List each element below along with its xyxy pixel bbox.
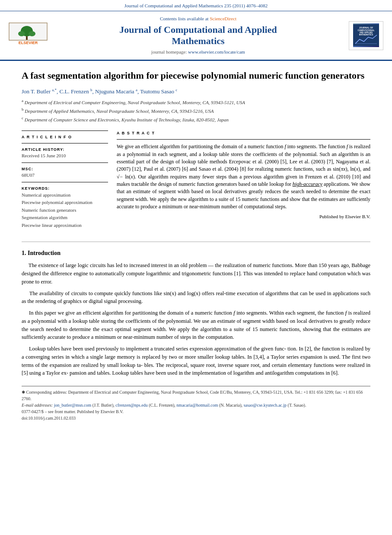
email-frenzen[interactable]: cfrenzen@nps.edu	[115, 403, 147, 408]
article-info-label: A R T I C L E I N F O	[22, 134, 108, 140]
abstract-text: We give an efficient algorithm for parti…	[117, 143, 370, 211]
journal-logo-box: JOURNAL OF COMPUTATIONAL AND APPLIED MAT…	[349, 21, 383, 50]
affiliations: a Department of Electrical and Computer …	[22, 98, 370, 123]
keyword-4: Segmentation algorithm	[22, 214, 108, 222]
abstract-col: A B S T R A C T We give an efficient alg…	[117, 131, 370, 233]
email-butler[interactable]: jon_butler@msn.com	[54, 403, 92, 408]
sciencedirect-info: Contents lists available at ScienceDirec…	[52, 16, 344, 22]
keyword-5: Piecewise linear approximation	[22, 222, 108, 229]
keyword-list: Numerical approximation Piecewise polyno…	[22, 191, 108, 229]
journal-center: Contents lists available at ScienceDirec…	[52, 16, 344, 55]
email-sasao[interactable]: sasao@cse.kyutech.ac.jp	[244, 403, 287, 408]
keyword-2: Piecewise polynomial approximation	[22, 199, 108, 207]
section1-heading: 1. Introduction	[22, 249, 370, 258]
sciencedirect-link[interactable]: ScienceDirect	[210, 16, 236, 21]
article-info-abstract: A R T I C L E I N F O Article history: R…	[22, 131, 370, 233]
article-info: A R T I C L E I N F O Article history: R…	[22, 131, 108, 233]
main-content: A fast segmentation algorithm for piecew…	[0, 61, 392, 430]
svg-text:MATHEMATICS: MATHEMATICS	[359, 34, 373, 36]
footnote-emails: E-mail addresses: jon_butler@msn.com (J.…	[22, 402, 370, 408]
homepage-url[interactable]: www.elsevier.com/locate/cam	[188, 49, 245, 54]
journal-citation-bar: Journal of Computational and Applied Mat…	[0, 0, 392, 11]
published-by: Published by Elsevier B.V.	[117, 213, 370, 220]
footnote-section: ✱ Corresponding address: Department of E…	[22, 386, 370, 421]
svg-text:ELSEVIER: ELSEVIER	[19, 41, 38, 45]
msc-value: 68U07	[22, 172, 108, 178]
footnote-copyright: 0377-0427/$ – see front matter. Publishe…	[22, 408, 370, 415]
journal-citation-text: Journal of Computational and Applied Mat…	[124, 3, 268, 8]
paper-title: A fast segmentation algorithm for piecew…	[22, 70, 370, 82]
footnote-corresponding: ✱ Corresponding address: Department of E…	[22, 389, 370, 402]
authors: Jon T. Butler a,*, C.L. Frenzen b, Njugu…	[22, 87, 370, 96]
keywords-row: Keywords: Numerical approximation Piecew…	[22, 186, 108, 229]
journal-title: Journal of Computational and Applied Mat…	[52, 24, 344, 47]
affiliation-a: a Department of Electrical and Computer …	[22, 98, 370, 106]
section-divider	[22, 242, 370, 242]
journal-homepage: journal homepage: www.elsevier.com/locat…	[52, 49, 344, 55]
intro-para4: Lookup tables have been used previously …	[22, 345, 370, 377]
intro-para3: In this paper we give an efficient algor…	[22, 309, 370, 341]
article-history: Article history: Received 15 June 2010	[22, 147, 108, 159]
svg-text:JOURNAL OF: JOURNAL OF	[359, 26, 373, 29]
received-date: Received 15 June 2010	[22, 153, 108, 159]
intro-para2: The availability of circuits to compute …	[22, 290, 370, 306]
svg-point-4	[29, 31, 35, 36]
journal-logo-image: JOURNAL OF COMPUTATIONAL AND APPLIED MAT…	[353, 23, 379, 47]
email-macaria[interactable]: nmacaria@hotmail.com	[176, 403, 218, 408]
keyword-1: Numerical approximation	[22, 191, 108, 199]
footnote-doi: doi:10.1016/j.cam.2011.02.033	[22, 415, 370, 421]
abstract-label: A B S T R A C T	[117, 131, 370, 136]
journal-header: ELSEVIER Contents lists available at Sci…	[0, 11, 392, 61]
affiliation-b: b Department of Applied Mathematics, Nav…	[22, 107, 370, 115]
svg-point-3	[18, 31, 25, 36]
affiliation-c: c Department of Computer Science and Ele…	[22, 115, 370, 123]
keyword-3: Numeric function generators	[22, 207, 108, 214]
msc-row: MSC: 68U07	[22, 166, 108, 178]
intro-para1: The existence of large logic circuits ha…	[22, 261, 370, 286]
elsevier-logo: ELSEVIER	[9, 22, 48, 48]
